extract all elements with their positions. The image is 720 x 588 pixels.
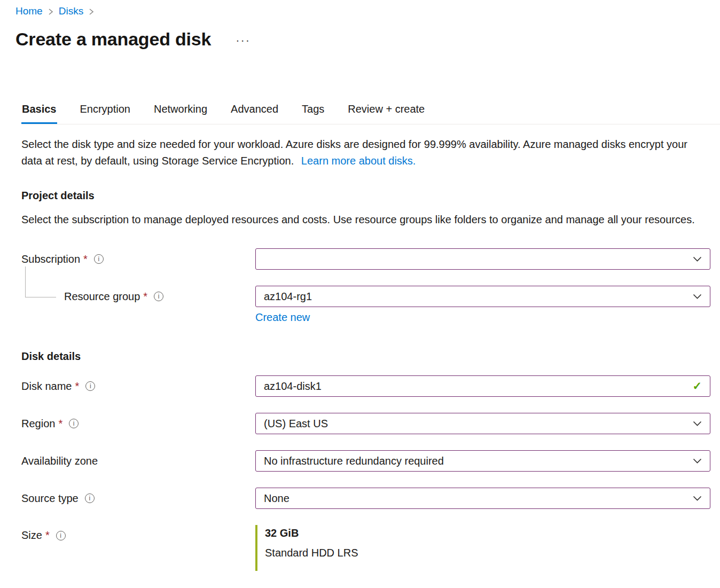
disk-name-input[interactable] [264, 380, 692, 393]
size-label: Size [21, 529, 42, 542]
required-asterisk: * [143, 291, 147, 303]
breadcrumb-disks[interactable]: Disks [59, 5, 83, 17]
required-asterisk: * [58, 418, 62, 430]
chevron-right-icon [89, 8, 94, 15]
availability-zone-row: Availability zone No infrastructure redu… [21, 450, 710, 472]
region-row: Region * i (US) East US [21, 413, 710, 434]
info-icon[interactable]: i [154, 292, 163, 301]
tab-tags[interactable]: Tags [301, 103, 325, 124]
disk-name-field: ✓ [255, 375, 710, 397]
region-label: Region [21, 418, 55, 430]
breadcrumb: Home Disks [15, 5, 710, 17]
project-details-form: Subscription * i Resource group * i [21, 248, 710, 324]
availability-zone-dropdown[interactable]: No infrastructure redundancy required [255, 450, 710, 472]
required-asterisk: * [75, 380, 79, 393]
resource-group-label: Resource group [64, 291, 140, 303]
info-icon[interactable]: i [85, 381, 95, 391]
tab-review-create[interactable]: Review + create [347, 103, 425, 124]
more-menu-icon[interactable]: ··· [236, 35, 251, 50]
size-selector[interactable]: 32 GiB Standard HDD LRS [255, 525, 710, 571]
region-value: (US) East US [264, 418, 328, 430]
required-asterisk: * [45, 529, 50, 542]
breadcrumb-home[interactable]: Home [15, 5, 43, 17]
section-disk-details: Disk details [21, 350, 710, 363]
section-project-details: Project details [21, 190, 710, 202]
source-type-row: Source type i None [21, 488, 710, 509]
info-icon[interactable]: i [56, 531, 66, 540]
chevron-down-icon [693, 256, 702, 262]
size-row: Size * i 32 GiB Standard HDD LRS [21, 525, 710, 571]
valid-check-icon: ✓ [692, 380, 702, 393]
region-dropdown[interactable]: (US) East US [255, 413, 710, 434]
chevron-down-icon [693, 496, 702, 501]
tab-encryption[interactable]: Encryption [80, 103, 131, 124]
disk-name-label: Disk name [21, 380, 72, 393]
subscription-dropdown[interactable] [255, 248, 710, 270]
chevron-down-icon [693, 458, 702, 464]
tab-basics[interactable]: Basics [21, 103, 57, 124]
resource-group-row: Resource group * i az104-rg1 [21, 286, 710, 307]
info-icon[interactable]: i [85, 493, 95, 503]
create-new-row: Create new [21, 311, 710, 324]
tab-networking[interactable]: Networking [153, 103, 208, 124]
disk-details-form: Disk name * i ✓ Region * i (US) East US [21, 375, 710, 571]
source-type-label: Source type [21, 492, 79, 505]
info-icon[interactable]: i [69, 419, 79, 428]
page-title: Create a managed disk [15, 29, 211, 50]
availability-zone-value: No infrastructure redundancy required [264, 455, 444, 467]
source-type-value: None [264, 492, 289, 505]
disk-name-row: Disk name * i ✓ [21, 375, 710, 397]
subscription-label: Subscription [21, 253, 80, 265]
availability-zone-label: Availability zone [21, 455, 98, 467]
chevron-right-icon [48, 8, 53, 15]
chevron-down-icon [693, 421, 702, 427]
create-managed-disk-page: Home Disks Create a managed disk ··· Bas… [0, 0, 720, 571]
create-new-link[interactable]: Create new [255, 311, 310, 323]
tab-bar: Basics Encryption Networking Advanced Ta… [21, 103, 720, 124]
project-details-description: Select the subscription to manage deploy… [21, 211, 701, 228]
source-type-dropdown[interactable]: None [255, 488, 710, 509]
subscription-row: Subscription * i [21, 248, 710, 270]
tab-advanced[interactable]: Advanced [230, 103, 279, 124]
required-asterisk: * [83, 253, 88, 265]
chevron-down-icon [693, 294, 702, 300]
info-icon[interactable]: i [94, 254, 104, 264]
resource-group-value: az104-rg1 [264, 291, 312, 303]
resource-group-dropdown[interactable]: az104-rg1 [255, 286, 710, 307]
size-sku: Standard HDD LRS [265, 546, 710, 560]
learn-more-link[interactable]: Learn more about disks. [301, 155, 416, 167]
size-value: 32 GiB [265, 526, 710, 540]
